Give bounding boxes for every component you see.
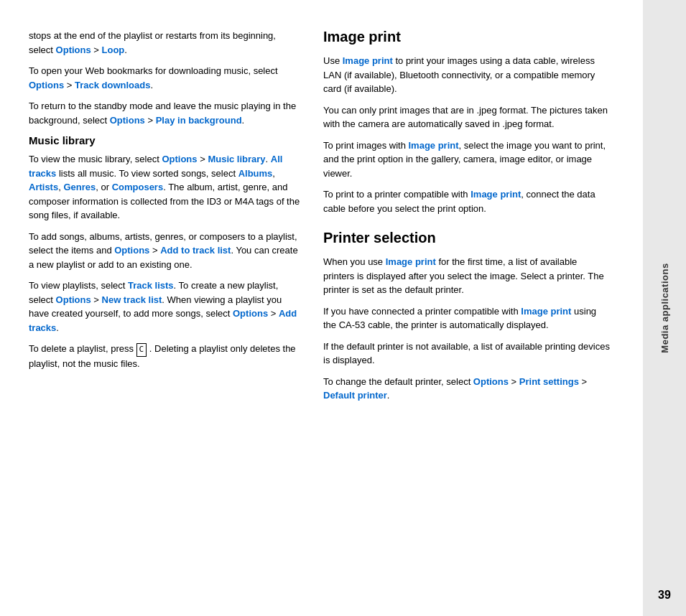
options-link-5: Options (114, 245, 149, 256)
para-loop: stops at the end of the playlist or rest… (29, 29, 302, 57)
para-view-playlists: To view playlists, select Track lists. T… (29, 279, 302, 335)
options-link-1: Options (56, 45, 91, 55)
ip2-text: You can only print images that are in .j… (323, 105, 608, 130)
ip3-before: To print images with (323, 140, 409, 151)
left-column: stops at the end of the playlist or rest… (29, 29, 302, 587)
ps1-before: When you use (323, 256, 386, 267)
ml-before: To view the music library, select (29, 154, 162, 164)
para-td-before: To open your Web bookmarks for downloadi… (29, 65, 278, 76)
para-loop-after: . (124, 45, 127, 55)
para-play-background: To return to the standby mode and leave … (29, 99, 302, 127)
para-music-library: To view the music library, select Option… (29, 152, 302, 223)
image-print-link-1: Image print (343, 55, 393, 66)
ip4-before: To print to a printer compatible with (323, 189, 471, 200)
para-printer-1: When you use Image print for the first t… (323, 255, 611, 297)
dp-before: To delete a playlist, press (29, 343, 136, 354)
vp-after: . (56, 322, 59, 333)
para-add-to-track-list: To add songs, albums, artists, genres, o… (29, 230, 302, 272)
page-number: 39 (658, 589, 671, 602)
vp-mid2: > (91, 294, 102, 305)
image-print-link-5: Image print (521, 306, 571, 317)
ml-mid2: . (266, 154, 271, 164)
play-background-link: Play in background (156, 115, 242, 126)
ml-mid4: , or (96, 182, 111, 192)
ps4-before: To change the default printer, select (323, 376, 473, 387)
para-delete-playlist: To delete a playlist, press C . Deleting… (29, 342, 302, 370)
image-print-title: Image print (323, 29, 611, 45)
track-lists-link: Track lists (128, 280, 174, 291)
printer-selection-title: Printer selection (323, 230, 611, 246)
para-td-mid: > (64, 80, 75, 90)
ml-mid3: lists all music. To view sorted songs, s… (56, 168, 238, 179)
options-link-8: Options (473, 376, 509, 387)
options-link-6: Options (56, 294, 91, 305)
ml-mid1: > (198, 154, 208, 164)
para-image-print-1: Use Image print to print your images usi… (323, 54, 611, 96)
music-library-link: Music library (208, 154, 265, 164)
ps4-mid1: > (509, 376, 519, 387)
vp-before: To view playlists, select (29, 280, 128, 291)
image-print-link-2: Image print (409, 140, 459, 151)
track-downloads-link: Track downloads (75, 80, 150, 90)
ps2-before: If you have connected a printer compatib… (323, 306, 521, 317)
para-pb-mid: > (145, 115, 156, 126)
para-loop-mid: > (91, 45, 102, 55)
para-track-downloads: To open your Web bookmarks for downloadi… (29, 64, 302, 92)
ml-comma1: , (272, 168, 275, 179)
para-image-print-2: You can only print images that are in .j… (323, 103, 611, 131)
image-print-link-4: Image print (386, 256, 436, 267)
genres-link: Genres (63, 182, 96, 192)
music-library-title: Music library (29, 134, 302, 146)
artists-link: Artists (29, 182, 58, 192)
options-link-4: Options (162, 154, 197, 164)
composers-link: Composers (112, 182, 164, 192)
para-td-after: . (150, 80, 153, 90)
ps4-mid2: > (579, 376, 587, 387)
attl-mid1: > (149, 245, 160, 256)
image-print-link-3: Image print (471, 189, 521, 200)
vp-mid4: > (268, 308, 279, 319)
options-link-7: Options (233, 308, 268, 319)
albums-link: Albums (238, 168, 273, 179)
delete-icon: C (136, 343, 147, 357)
options-link-3: Options (110, 115, 145, 126)
new-track-list-link: New track list (102, 294, 162, 305)
options-link-2: Options (29, 80, 64, 90)
para-image-print-3: To print images with Image print, select… (323, 139, 611, 181)
loop-link: Loop (102, 45, 125, 55)
para-printer-2: If you have connected a printer compatib… (323, 304, 611, 332)
para-pb-after: . (242, 115, 245, 126)
default-printer-link: Default printer (323, 390, 387, 401)
ps4-after: . (387, 390, 390, 401)
ps3-text: If the default printer is not available,… (323, 341, 610, 366)
para-printer-3: If the default printer is not available,… (323, 340, 611, 368)
sidebar: Media applications 39 (643, 0, 686, 616)
add-to-track-list-link: Add to track list (160, 245, 231, 256)
right-column: Image print Use Image print to print you… (323, 29, 611, 587)
para-image-print-4: To print to a printer compatible with Im… (323, 187, 611, 215)
main-content: stops at the end of the playlist or rest… (0, 0, 643, 616)
sidebar-label: Media applications (659, 263, 670, 353)
para-printer-4: To change the default printer, select Op… (323, 375, 611, 403)
ip1-before: Use (323, 55, 343, 66)
print-settings-link: Print settings (519, 376, 579, 387)
